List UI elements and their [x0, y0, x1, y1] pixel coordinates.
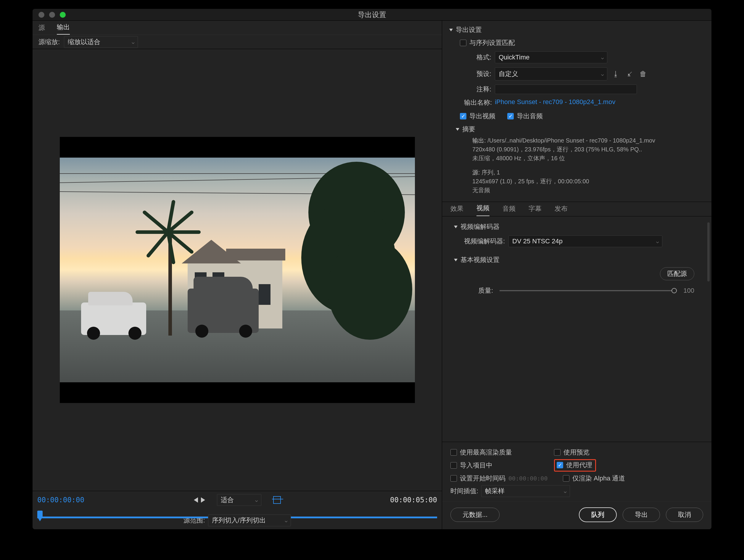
quality-slider[interactable] — [499, 290, 677, 291]
step-buttons — [194, 497, 205, 503]
tab-audio[interactable]: 音频 — [503, 204, 516, 216]
summary-output-l3: 未压缩，48000 Hz，立体声，16 位 — [472, 155, 565, 161]
interp-label: 时间插值: — [450, 487, 478, 495]
match-source-button[interactable]: 匹配源 — [660, 267, 694, 280]
step-fwd-icon[interactable] — [201, 497, 205, 503]
zoom-value: 适合 — [221, 495, 234, 505]
summary-src-l2: 1245x697 (1.0)，25 fps，逐行，00:00:05:00 — [472, 178, 589, 185]
save-preset-icon[interactable]: ⭳ — [611, 70, 621, 78]
export-video-checkbox[interactable] — [460, 113, 467, 119]
main-body: 源 输出 源缩放: 缩放以适合 ⌵ — [33, 21, 711, 529]
queue-button[interactable]: 队列 — [579, 507, 617, 522]
chevron-down-icon: ⌵ — [255, 497, 258, 503]
set-timecode-checkbox[interactable] — [450, 475, 457, 482]
source-range-dropdown[interactable]: 序列切入/序列切出 ⌵ — [208, 515, 291, 526]
preset-dropdown[interactable]: 自定义 ⌵ — [495, 68, 607, 80]
source-scale-row: 源缩放: 缩放以适合 ⌵ — [33, 35, 442, 49]
max-render-label: 使用最高渲染质量 — [460, 448, 512, 457]
timeline-bar: 00:00:00:00 适合 ⌵ 00:00:05:00 — [33, 491, 442, 529]
format-value: QuickTime — [499, 53, 529, 61]
tab-effects[interactable]: 效果 — [450, 204, 463, 216]
step-back-icon[interactable] — [194, 497, 198, 503]
use-preview-checkbox[interactable] — [554, 449, 560, 455]
basic-video-header[interactable]: 基本视频设置 — [449, 255, 703, 264]
titlebar: 导出设置 — [33, 9, 711, 21]
zoom-dropdown[interactable]: 适合 ⌵ — [217, 494, 261, 506]
metadata-button[interactable]: 元数据... — [450, 508, 499, 522]
set-timecode-label: 设置开始时间码 — [460, 474, 506, 483]
codec-header[interactable]: 视频编解码器 — [449, 222, 703, 231]
right-panel: 导出设置 与序列设置匹配 格式: QuickTime ⌵ 预设: — [442, 21, 711, 529]
interp-dropdown[interactable]: 帧采样 ⌵ — [481, 485, 570, 497]
chevron-down-icon — [454, 259, 457, 262]
chevron-down-icon: ⌵ — [601, 71, 604, 77]
chevron-down-icon: ⌵ — [601, 55, 604, 60]
left-panel: 源 输出 源缩放: 缩放以适合 ⌵ — [33, 21, 442, 529]
max-render-checkbox[interactable] — [450, 449, 457, 455]
export-settings-title: 导出设置 — [456, 26, 482, 34]
timecode-in[interactable]: 00:00:00:00 — [37, 496, 84, 504]
codec-title: 视频编解码器 — [460, 222, 499, 231]
chevron-down-icon — [456, 128, 459, 131]
use-proxy-highlight: 使用代理 — [554, 459, 596, 472]
preview-tabs: 源 输出 — [33, 21, 442, 35]
interp-value: 帧采样 — [485, 487, 505, 495]
bottom-options: 使用最高渲染质量 使用预览 导入项目中 使用代理 — [442, 442, 711, 501]
timeline-track[interactable] — [37, 508, 437, 513]
export-settings-section: 导出设置 与序列设置匹配 格式: QuickTime ⌵ 预设: — [442, 21, 711, 195]
chevron-down-icon — [449, 29, 453, 31]
format-label: 格式: — [464, 53, 491, 62]
tab-video[interactable]: 视频 — [477, 204, 489, 216]
video-settings-scroll[interactable]: 视频编解码器 视频编解码器: DV 25 NTSC 24p ⌵ 基本视频设置 匹… — [442, 216, 711, 442]
chevron-down-icon: ⌵ — [132, 39, 135, 45]
summary-output-l2: 720x480 (0.9091)，23.976fps，逐行，203 (75% H… — [472, 146, 642, 153]
tab-output[interactable]: 输出 — [57, 23, 70, 35]
match-sequence-label: 与序列设置匹配 — [469, 38, 515, 47]
chevron-down-icon — [454, 226, 457, 228]
comment-label: 注释: — [464, 85, 491, 94]
export-settings-header[interactable]: 导出设置 — [449, 26, 703, 34]
crop-icon[interactable] — [273, 496, 281, 504]
summary-src-l3: 无音频 — [472, 187, 490, 193]
preset-value: 自定义 — [499, 70, 518, 78]
cancel-button[interactable]: 取消 — [666, 508, 703, 522]
export-audio-checkbox[interactable] — [507, 113, 514, 119]
export-video-label: 导出视频 — [469, 112, 495, 121]
import-preset-icon[interactable]: ⭹ — [625, 70, 634, 78]
use-proxy-checkbox[interactable] — [557, 462, 563, 468]
match-sequence-checkbox[interactable] — [460, 40, 467, 46]
minimize-icon[interactable] — [49, 12, 55, 18]
summary-section: 摘要 输出: /Users/..nahi/Desktop/iPhone Suns… — [456, 125, 703, 195]
export-button[interactable]: 导出 — [623, 508, 660, 522]
format-dropdown[interactable]: QuickTime ⌵ — [495, 51, 607, 63]
slider-knob[interactable] — [671, 288, 677, 293]
timecode-out: 00:00:05:00 — [390, 496, 437, 504]
comment-input[interactable] — [495, 85, 637, 94]
output-name-label: 输出名称: — [464, 98, 492, 107]
window-title: 导出设置 — [358, 10, 386, 19]
video-canvas — [60, 137, 415, 403]
settings-tabs: 效果 视频 音频 字幕 发布 — [442, 202, 711, 216]
quality-value: 100 — [683, 287, 694, 294]
summary-title: 摘要 — [462, 125, 475, 134]
tab-caption[interactable]: 字幕 — [528, 204, 542, 216]
close-icon[interactable] — [38, 12, 44, 18]
summary-output-path: /Users/..nahi/Desktop/iPhone Sunset - re… — [487, 137, 655, 144]
use-proxy-label: 使用代理 — [566, 461, 592, 470]
summary-header[interactable]: 摘要 — [456, 125, 703, 134]
delete-preset-icon[interactable]: 🗑 — [638, 70, 648, 78]
maximize-icon[interactable] — [60, 12, 66, 18]
tab-publish[interactable]: 发布 — [555, 204, 568, 216]
source-scale-dropdown[interactable]: 缩放以适合 ⌵ — [64, 36, 138, 48]
tab-source[interactable]: 源 — [38, 23, 45, 35]
codec-dropdown[interactable]: DV 25 NTSC 24p ⌵ — [509, 235, 662, 247]
import-project-checkbox[interactable] — [450, 462, 457, 469]
quality-label: 质量: — [463, 286, 493, 295]
dialog-buttons: 元数据... 队列 导出 取消 — [442, 501, 711, 529]
source-scale-label: 源缩放: — [38, 38, 60, 46]
render-alpha-checkbox[interactable] — [563, 475, 569, 482]
chevron-down-icon: ⌵ — [656, 239, 659, 244]
window-controls — [38, 12, 66, 18]
import-project-label: 导入项目中 — [460, 461, 492, 470]
output-name-link[interactable]: iPhone Sunset - rec709 - 1080p24_1.mov — [495, 98, 615, 107]
